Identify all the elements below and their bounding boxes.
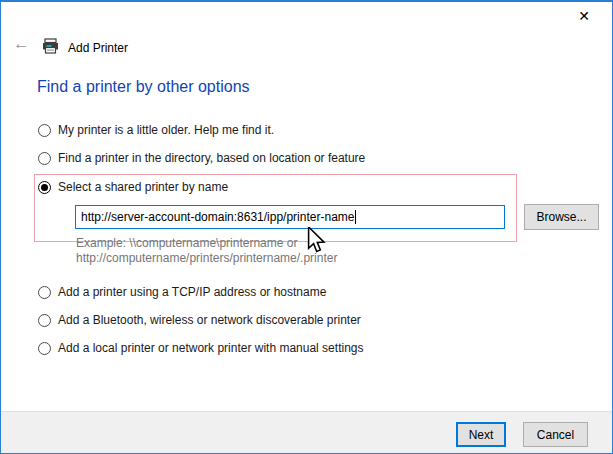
radio-option-3[interactable]: Add a printer using a TCP/IP address or … bbox=[38, 284, 326, 300]
browse-button[interactable]: Browse... bbox=[524, 204, 599, 230]
text-caret bbox=[355, 210, 356, 224]
example-line-2: http://computername/printers/printername… bbox=[76, 251, 337, 266]
printer-url-value: http://server-account-domain:8631/ipp/pr… bbox=[81, 210, 354, 224]
radio-label: Find a printer in the directory, based o… bbox=[58, 151, 365, 165]
radio-circle[interactable] bbox=[38, 342, 51, 355]
radio-label: My printer is a little older. Help me fi… bbox=[58, 123, 274, 137]
radio-circle[interactable] bbox=[38, 286, 51, 299]
radio-label: Add a Bluetooth, wireless or network dis… bbox=[58, 313, 361, 327]
radio-option-2[interactable]: Select a shared printer by name bbox=[38, 179, 228, 195]
radio-option-0[interactable]: My printer is a little older. Help me fi… bbox=[38, 122, 274, 138]
radio-circle[interactable] bbox=[38, 124, 51, 137]
dialog-footer bbox=[1, 411, 612, 453]
radio-label: Add a printer using a TCP/IP address or … bbox=[58, 285, 326, 299]
next-button[interactable]: Next bbox=[456, 422, 506, 447]
radio-circle[interactable] bbox=[38, 152, 51, 165]
radio-option-5[interactable]: Add a local printer or network printer w… bbox=[38, 340, 363, 356]
window-title: Add Printer bbox=[68, 41, 128, 55]
radio-label: Select a shared printer by name bbox=[58, 180, 228, 194]
radio-label: Add a local printer or network printer w… bbox=[58, 341, 363, 355]
page-title: Find a printer by other options bbox=[37, 78, 250, 96]
radio-option-4[interactable]: Add a Bluetooth, wireless or network dis… bbox=[38, 312, 361, 328]
radio-option-1[interactable]: Find a printer in the directory, based o… bbox=[38, 150, 365, 166]
radio-circle[interactable] bbox=[38, 181, 51, 194]
printer-url-input[interactable]: http://server-account-domain:8631/ipp/pr… bbox=[75, 205, 505, 229]
example-hint-text: Example: \\computername\printername or h… bbox=[76, 236, 337, 266]
back-arrow-icon[interactable]: ← bbox=[13, 35, 30, 53]
cancel-button[interactable]: Cancel bbox=[523, 422, 588, 447]
close-icon[interactable]: ✕ bbox=[574, 6, 594, 26]
add-printer-window: ✕ ← Add Printer Find a printer by other … bbox=[0, 0, 613, 454]
printer-icon bbox=[42, 38, 59, 57]
example-line-1: Example: \\computername\printername or bbox=[76, 236, 337, 251]
radio-circle[interactable] bbox=[38, 314, 51, 327]
